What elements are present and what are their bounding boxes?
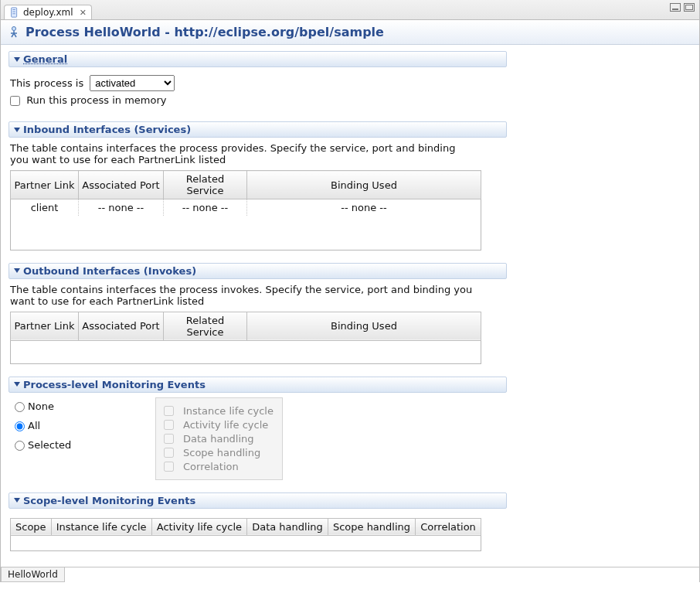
file-icon (9, 7, 20, 18)
scope-table[interactable]: ScopeInstance life cycleActivity life cy… (10, 518, 481, 551)
outbound-table[interactable]: Partner Link Associated Port Related Ser… (10, 312, 481, 364)
th-scope-col[interactable]: Scope (11, 518, 52, 535)
section-scope-monitoring: Scope-level Monitoring Events ScopeInsta… (8, 492, 507, 553)
th-scope-col[interactable]: Instance life cycle (51, 518, 151, 535)
chevron-down-icon (14, 268, 20, 273)
chevron-down-icon (14, 498, 20, 503)
monitoring-checkbox-row: Activity life cycle (164, 419, 274, 431)
th-scope-col[interactable]: Scope handling (328, 518, 415, 535)
page-title: Process HelloWorld - http://eclipse.org/… (25, 25, 384, 39)
editor-tab-label: deploy.xml (23, 7, 73, 18)
th-related-service[interactable]: Related Service (164, 312, 247, 340)
th-related-service[interactable]: Related Service (164, 171, 247, 199)
run-in-memory-label: Run this process in memory (26, 94, 166, 106)
th-scope-col[interactable]: Activity life cycle (151, 518, 246, 535)
process-is-label: This process is (10, 77, 83, 89)
table-cell[interactable]: -- none -- (247, 199, 481, 216)
section-inbound: Inbound Interfaces (Services) The table … (8, 121, 507, 252)
run-in-memory-option[interactable]: Run this process in memory (10, 94, 166, 106)
editor-tab-bar: deploy.xml ✕ (1, 0, 699, 20)
svg-point-1 (12, 26, 16, 30)
section-title: Outbound Interfaces (Invokes) (23, 265, 196, 277)
table-cell[interactable]: -- none -- (164, 199, 247, 216)
scope-empty-row (11, 535, 481, 550)
table-empty-space (11, 340, 481, 363)
form-header: Process HelloWorld - http://eclipse.org/… (1, 20, 699, 45)
page-tab-bar: HelloWorld (1, 567, 699, 582)
process-icon (7, 26, 21, 39)
section-scope-monitoring-header[interactable]: Scope-level Monitoring Events (8, 492, 507, 509)
section-process-monitoring-header[interactable]: Process-level Monitoring Events (8, 377, 507, 393)
section-process-monitoring: Process-level Monitoring Events None All… (8, 377, 507, 482)
section-general-header[interactable]: General (8, 51, 507, 67)
monitoring-checkbox-row: Scope handling (164, 447, 274, 458)
monitoring-checkbox-label: Data handling (183, 433, 254, 445)
outbound-description: The table contains interfaces the proces… (10, 284, 474, 307)
monitoring-checkbox (164, 434, 174, 444)
close-icon[interactable]: ✕ (80, 8, 87, 18)
inbound-description: The table contains interfaces the proces… (10, 142, 466, 165)
radio-selected-option[interactable]: Selected (15, 439, 141, 451)
th-partner-link[interactable]: Partner Link (11, 171, 79, 199)
editor-tab-deploy-xml[interactable]: deploy.xml ✕ (4, 5, 92, 19)
th-partner-link[interactable]: Partner Link (11, 312, 79, 340)
inbound-table[interactable]: Partner Link Associated Port Related Ser… (10, 170, 481, 250)
process-state-select[interactable]: activateddeactivatedretired (90, 75, 175, 91)
monitoring-checkbox (164, 420, 174, 430)
monitoring-checkbox-row: Correlation (164, 461, 274, 472)
chevron-down-icon (14, 57, 20, 62)
th-associated-port[interactable]: Associated Port (79, 312, 164, 340)
monitoring-checkbox-row: Data handling (164, 433, 274, 445)
monitoring-checkbox-label: Instance life cycle (183, 405, 274, 417)
monitoring-checkboxes: Instance life cycleActivity life cycleDa… (155, 397, 283, 480)
run-in-memory-checkbox[interactable] (10, 96, 20, 106)
th-binding-used[interactable]: Binding Used (247, 171, 481, 199)
section-title: General (23, 53, 67, 65)
section-title: Inbound Interfaces (Services) (23, 124, 191, 135)
section-inbound-header[interactable]: Inbound Interfaces (Services) (8, 121, 507, 138)
th-associated-port[interactable]: Associated Port (79, 171, 164, 199)
monitoring-checkbox-label: Correlation (183, 461, 239, 472)
radio-all[interactable] (15, 421, 25, 431)
monitoring-checkbox-label: Scope handling (183, 447, 260, 458)
section-outbound: Outbound Interfaces (Invokes) The table … (8, 263, 507, 366)
table-empty-space (11, 216, 481, 250)
monitoring-checkbox-label: Activity life cycle (183, 419, 268, 431)
th-binding-used[interactable]: Binding Used (247, 312, 481, 340)
minimize-icon[interactable] (670, 3, 681, 12)
table-row[interactable]: client-- none ---- none ---- none -- (11, 199, 481, 216)
section-general: General This process is activateddeactiv… (8, 51, 507, 111)
th-scope-col[interactable]: Data handling (247, 518, 328, 535)
monitoring-checkbox (164, 406, 174, 416)
section-title: Scope-level Monitoring Events (23, 495, 195, 506)
table-cell[interactable]: client (11, 199, 79, 216)
chevron-down-icon (14, 128, 20, 132)
maximize-icon[interactable] (684, 3, 695, 12)
chevron-down-icon (14, 382, 20, 387)
page-tab-helloworld[interactable]: HelloWorld (1, 567, 65, 582)
monitoring-checkbox (164, 462, 174, 472)
radio-none[interactable] (15, 402, 25, 412)
radio-all-option[interactable]: All (15, 420, 141, 431)
monitoring-checkbox (164, 448, 174, 458)
th-scope-col[interactable]: Correlation (416, 518, 481, 535)
section-outbound-header[interactable]: Outbound Interfaces (Invokes) (8, 263, 507, 279)
svg-rect-0 (12, 8, 17, 17)
radio-selected[interactable] (15, 441, 25, 451)
section-title: Process-level Monitoring Events (23, 379, 206, 390)
table-cell[interactable]: -- none -- (79, 199, 164, 216)
radio-none-option[interactable]: None (15, 400, 141, 412)
monitoring-checkbox-row: Instance life cycle (164, 405, 274, 417)
